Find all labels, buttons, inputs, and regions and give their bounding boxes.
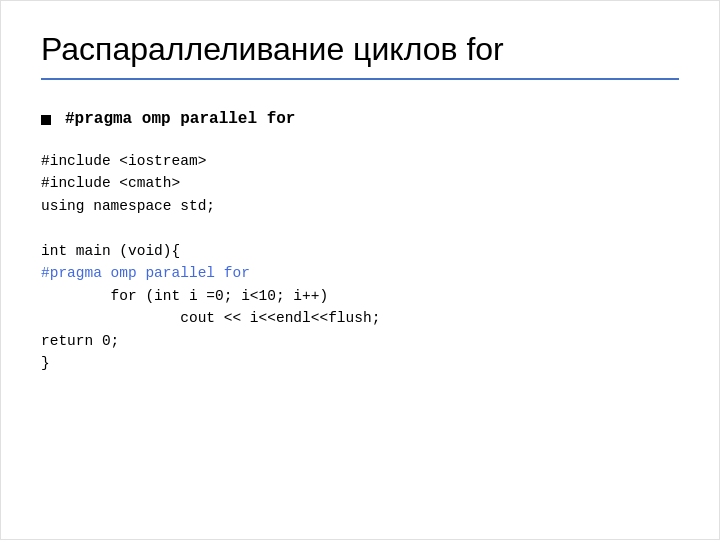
slide-content: #pragma omp parallel for #include <iostr… <box>41 110 679 375</box>
code-line-3: using namespace std; <box>41 195 679 217</box>
bullet-item: #pragma omp parallel for <box>41 110 679 128</box>
bullet-icon <box>41 115 51 125</box>
code-line-8: cout << i<<endl<<flush; <box>41 307 679 329</box>
slide-title: Распараллеливание циклов for <box>41 31 679 80</box>
bullet-text: #pragma omp parallel for <box>65 110 295 128</box>
code-block: #include <iostream> #include <cmath> usi… <box>41 150 679 375</box>
code-line-5: int main (void){ <box>41 240 679 262</box>
slide: Распараллеливание циклов for #pragma omp… <box>0 0 720 540</box>
code-line-1: #include <iostream> <box>41 150 679 172</box>
code-line-9: return 0; <box>41 330 679 352</box>
code-line-4 <box>41 217 679 239</box>
code-line-7: for (int i =0; i<10; i++) <box>41 285 679 307</box>
code-line-10: } <box>41 352 679 374</box>
code-line-2: #include <cmath> <box>41 172 679 194</box>
code-pragma-line: #pragma omp parallel for <box>41 262 679 284</box>
